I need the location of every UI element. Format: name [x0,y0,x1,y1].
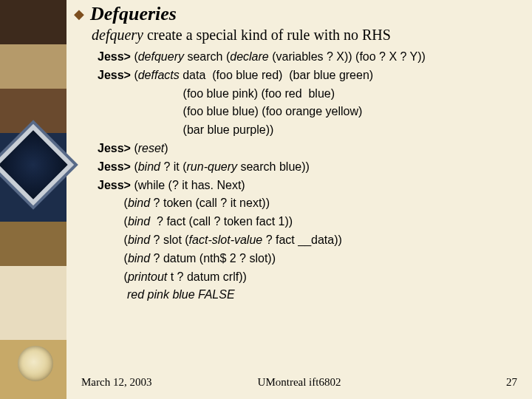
c10p: ( [98,215,128,228]
c11fn2: fact-slot-value [189,233,263,246]
c7fn2: run-query [187,160,237,173]
slide-subtitle: defquery create a special kind of rule w… [92,27,525,44]
prompt: Jess> [98,69,131,81]
c2b: data (foo blue red) (bar blue green) [180,69,373,81]
c12p: ( [98,252,128,265]
c6fn: reset [138,142,165,154]
prompt: Jess> [98,160,131,173]
subtitle-text: create a special kind of rule with no RH… [143,27,391,43]
slide-footer: March 12, 2003 UMontreal ift6802 27 [81,376,517,389]
c9p: ( [98,197,128,209]
c4: (foo blue blue) (foo orange yellow) [98,105,362,117]
c7b: ? it ( [160,160,187,173]
c1b: search ( [184,50,230,63]
subtitle-keyword: defquery [92,27,143,43]
c7c: search blue)) [237,160,310,173]
c6a: ( [131,142,138,154]
c13b: t ? datum crlf)) [167,270,247,283]
c11b: ? slot ( [150,233,188,246]
footer-date: March 12, 2003 [81,376,151,389]
footer-center: UMontreal ift6802 [258,376,341,389]
c13fn: printout [128,270,167,283]
c12b: ? datum (nth$ 2 ? slot)) [150,252,276,265]
c12fn: bind [128,252,150,265]
prompt: Jess> [98,179,131,191]
c2a: ( [131,69,138,81]
prompt: Jess> [98,142,131,154]
slide-title: Defqueries [90,3,177,25]
c13p: ( [98,270,128,283]
slide-content: ◆ Defqueries defquery create a special k… [74,3,525,304]
c1c: (variables ? X)) (foo ? X ? Y)) [269,50,426,63]
c5: (bar blue purple)) [98,123,273,136]
c10fn: bind [128,215,150,228]
c11fn: bind [128,233,150,246]
title-row: ◆ Defqueries [74,3,525,25]
c1a: ( [131,50,138,63]
c9b: ? token (call ? it next)) [150,197,270,209]
c10b: ? fact (call ? token fact 1)) [150,215,293,228]
c7fn: bind [138,160,160,173]
bullet-icon: ◆ [74,7,84,21]
result-line: red pink blue FALSE [98,288,235,301]
decorative-sidebar [0,0,66,399]
code-block: Jess> (defquery search (declare (variabl… [98,48,525,304]
c11c: ? fact __data)) [262,233,342,246]
c1fn2: declare [230,50,268,63]
c1fn: defquery [138,50,184,63]
c9fn: bind [128,197,150,209]
c11p: ( [98,233,128,246]
prompt: Jess> [98,50,131,63]
c2fn: deffacts [138,69,180,81]
c8a: (while (? it has. Next) [131,179,245,191]
c7a: ( [131,160,138,173]
c6b: ) [164,142,168,154]
c3: (foo blue pink) (foo red blue) [98,87,335,100]
footer-page-number: 27 [506,376,517,389]
